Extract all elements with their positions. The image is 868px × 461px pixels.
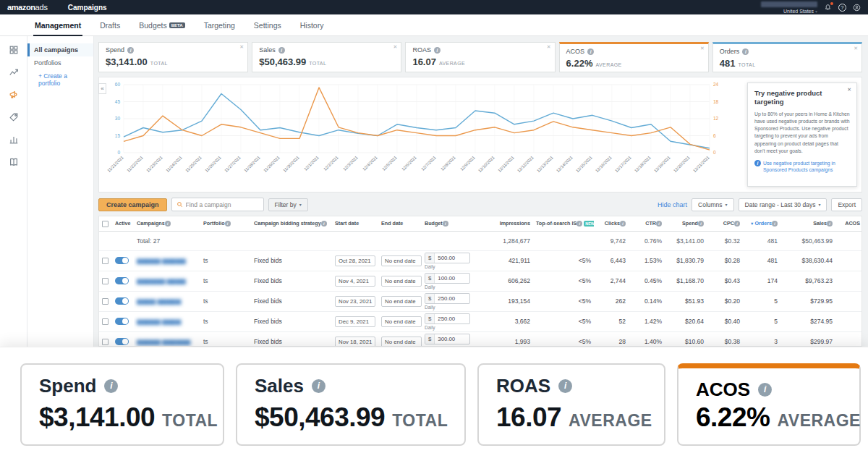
col-header-clicks[interactable]: Clicksi xyxy=(594,216,629,231)
close-icon[interactable]: ✕ xyxy=(700,46,705,51)
end-date-field[interactable]: No end date xyxy=(381,337,422,347)
campaign-name-redacted[interactable]: ▆▆▆▆▆ ▆▆▆▆▆ xyxy=(137,257,186,264)
col-header-strategy[interactable]: Campaign bidding strategyi xyxy=(251,216,332,231)
budget-input[interactable]: $250.00 xyxy=(425,313,470,324)
start-date-field[interactable]: Nov 18, 2021 xyxy=(335,337,375,347)
tab-history[interactable]: History xyxy=(299,21,326,35)
filter-by-dropdown[interactable]: Filter by ▾ xyxy=(268,198,308,211)
campaign-name-redacted[interactable]: ▆▆▆▆▆ ▆▆▆▆▆▆ xyxy=(137,338,190,345)
metric-card-spend[interactable]: ✕Spendi$3,141.00TOTAL xyxy=(98,42,248,72)
country-selector[interactable]: United States ▾ xyxy=(783,9,817,14)
columns-dropdown[interactable]: Columns ▾ xyxy=(692,198,734,211)
col-header-spend[interactable]: Spendi xyxy=(665,216,707,231)
help-button[interactable]: ? xyxy=(838,4,846,12)
budget-input[interactable]: $100.00 xyxy=(425,273,470,284)
start-date-field[interactable]: Dec 9, 2021 xyxy=(335,316,375,327)
metric-card-acos[interactable]: ✕ACOSi6.22%AVERAGE xyxy=(559,42,709,72)
close-icon[interactable]: ✕ xyxy=(547,44,551,50)
start-date-field[interactable]: Oct 28, 2021 xyxy=(335,255,375,266)
col-header-start[interactable]: Start date xyxy=(332,216,378,231)
col-header-campaigns[interactable]: Campaignsi xyxy=(134,216,200,231)
col-header-sales[interactable]: Salesi xyxy=(780,216,835,231)
select-all-checkbox[interactable] xyxy=(102,221,109,227)
row-checkbox[interactable] xyxy=(102,258,109,264)
tab-budgets[interactable]: BudgetsBETA xyxy=(137,21,186,35)
end-date-field[interactable]: No end date xyxy=(381,276,422,287)
col-header-select[interactable] xyxy=(99,216,112,231)
tab-label: Drafts xyxy=(100,21,120,30)
row-checkbox[interactable] xyxy=(102,318,109,325)
active-toggle[interactable] xyxy=(115,277,129,284)
close-icon[interactable]: ✕ xyxy=(847,87,851,93)
col-header-end[interactable]: End date xyxy=(378,216,422,231)
account-selector[interactable]: United States ▾ xyxy=(761,1,817,14)
sidebar-item-portfolios[interactable]: Portfolios xyxy=(27,56,93,69)
campaign-name-redacted[interactable]: ▆▆▆▆▆▆ ▆▆▆▆ xyxy=(137,277,186,284)
col-header-impressions[interactable]: Impressions xyxy=(487,216,533,231)
campaign-name-redacted[interactable]: ▆▆▆▆ ▆▆▆▆▆ xyxy=(137,297,181,305)
metric-card-roas[interactable]: ✕ROASi16.07AVERAGE xyxy=(405,42,555,72)
account-menu-button[interactable] xyxy=(853,4,861,12)
tab-targeting[interactable]: Targeting xyxy=(203,21,237,35)
budget-input[interactable]: $250.00 xyxy=(425,293,470,304)
sidebar-item-label: All campaigns xyxy=(34,46,78,54)
tab-drafts[interactable]: Drafts xyxy=(98,21,122,35)
dashboard: All campaigns Portfolios + Create a port… xyxy=(0,36,868,347)
end-date-field[interactable]: No end date xyxy=(381,255,422,266)
svg-text:11/29/2021: 11/29/2021 xyxy=(263,155,280,172)
promo-link[interactable]: i Use negative product targeting in Spon… xyxy=(754,160,850,174)
col-header-budget[interactable]: Budgeti xyxy=(422,216,487,231)
col-header-acos[interactable]: ACOS xyxy=(835,216,862,231)
create-portfolio-link[interactable]: + Create a portfolio xyxy=(27,69,93,90)
close-icon[interactable]: ✕ xyxy=(239,44,244,50)
library-book-icon[interactable] xyxy=(9,157,19,170)
campaigns-megaphone-icon[interactable] xyxy=(9,90,19,103)
budget-input[interactable]: $300.00 xyxy=(425,334,470,344)
col-header-ctr[interactable]: CTRi xyxy=(629,216,665,231)
sidebar-item-all-campaigns[interactable]: All campaigns xyxy=(27,43,93,56)
close-icon[interactable]: ✕ xyxy=(854,46,858,51)
active-toggle[interactable] xyxy=(115,257,129,264)
hide-chart-link[interactable]: Hide chart xyxy=(658,201,687,208)
active-toggle[interactable] xyxy=(115,338,129,345)
budget-input[interactable]: $500.00 xyxy=(425,253,470,263)
row-checkbox[interactable] xyxy=(102,298,109,305)
performance-chart-icon[interactable] xyxy=(9,67,19,80)
svg-text:0: 0 xyxy=(117,150,120,155)
start-date-field[interactable]: Nov 23, 2021 xyxy=(335,296,375,307)
col-header-orders[interactable]: ▼Ordersi xyxy=(743,216,780,231)
metric-card-sales[interactable]: ✕Salesi$50,463.99TOTAL xyxy=(252,42,401,72)
tab-settings[interactable]: Settings xyxy=(252,21,283,35)
columns-label: Columns xyxy=(698,201,723,208)
row-checkbox[interactable] xyxy=(102,278,109,284)
col-header-portfolio[interactable]: Portfolioi xyxy=(200,216,251,231)
zoom-value-text: 6.22% xyxy=(696,402,770,432)
col-header-cpc[interactable]: CPCi xyxy=(707,216,743,231)
reports-bars-icon[interactable] xyxy=(9,135,19,148)
active-toggle[interactable] xyxy=(115,318,129,325)
amazon-ads-logo[interactable]: amazonads xyxy=(7,3,48,12)
col-header-tos[interactable]: Top-of-search ISiNEW xyxy=(533,216,594,231)
campaign-search[interactable] xyxy=(171,198,264,211)
export-button[interactable]: Export xyxy=(831,198,862,211)
collapse-chart-button[interactable]: « xyxy=(98,83,106,94)
active-toggle[interactable] xyxy=(115,297,129,305)
close-icon[interactable]: ✕ xyxy=(393,44,398,50)
zoom-card-label: Spendi xyxy=(39,375,205,397)
end-date-field[interactable]: No end date xyxy=(381,296,422,307)
row-checkbox[interactable] xyxy=(102,339,109,345)
info-icon: i xyxy=(558,379,572,393)
create-campaign-button[interactable]: Create campaign xyxy=(98,198,167,211)
notifications-button[interactable] xyxy=(824,4,832,12)
date-range-dropdown[interactable]: Date range - Last 30 days ▾ xyxy=(739,198,827,211)
end-date-field[interactable]: No end date xyxy=(381,316,422,327)
amazon-ads-console: amazonads Campaigns United States ▾ ? Ma… xyxy=(0,0,868,461)
start-date-field[interactable]: Nov 4, 2021 xyxy=(335,276,375,287)
tab-management[interactable]: Management xyxy=(33,21,82,35)
dashboard-grid-icon[interactable] xyxy=(9,45,19,58)
campaign-name-redacted[interactable]: ▆▆▆▆▆ ▆▆▆▆ xyxy=(137,318,181,325)
targeting-tag-icon[interactable] xyxy=(9,112,19,125)
metric-card-orders[interactable]: ✕Ordersi481TOTAL xyxy=(712,42,862,72)
col-header-active[interactable]: Active xyxy=(112,216,134,231)
search-input[interactable] xyxy=(186,201,259,208)
